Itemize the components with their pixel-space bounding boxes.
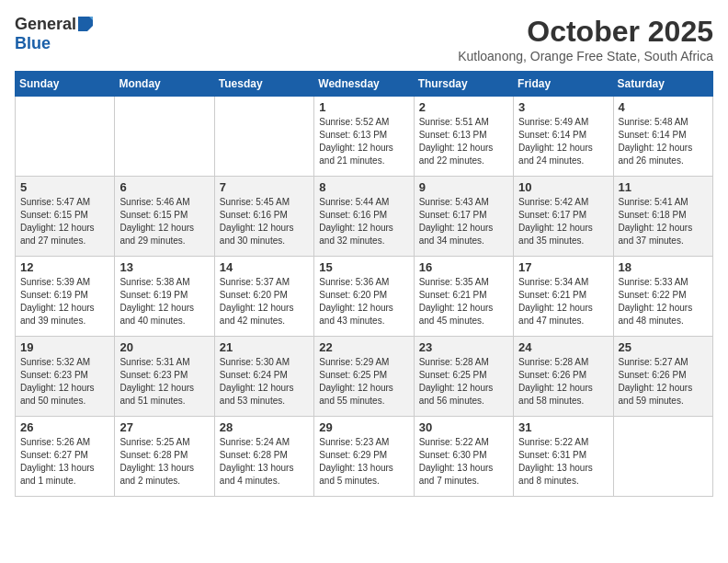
cell-content: 1Sunrise: 5:52 AM Sunset: 6:13 PM Daylig… (319, 100, 408, 172)
cell-content: 9Sunrise: 5:43 AM Sunset: 6:17 PM Daylig… (419, 180, 508, 252)
day-number: 21 (220, 340, 309, 354)
day-number: 16 (419, 260, 508, 274)
day-detail: Sunrise: 5:42 AM Sunset: 6:17 PM Dayligh… (518, 196, 608, 247)
day-detail: Sunrise: 5:27 AM Sunset: 6:26 PM Dayligh… (619, 356, 708, 408)
day-detail: Sunrise: 5:22 AM Sunset: 6:31 PM Dayligh… (518, 436, 608, 488)
day-detail: Sunrise: 5:28 AM Sunset: 6:25 PM Dayligh… (419, 356, 508, 408)
day-number: 6 (119, 180, 209, 194)
calendar-cell: 28Sunrise: 5:24 AM Sunset: 6:28 PM Dayli… (214, 417, 313, 497)
calendar-week-row: 26Sunrise: 5:26 AM Sunset: 6:27 PM Dayli… (16, 417, 713, 497)
calendar-cell: 18Sunrise: 5:33 AM Sunset: 6:22 PM Dayli… (613, 257, 712, 337)
calendar-cell: 30Sunrise: 5:22 AM Sunset: 6:30 PM Dayli… (414, 417, 513, 497)
day-number: 19 (20, 340, 109, 354)
calendar-cell: 6Sunrise: 5:46 AM Sunset: 6:15 PM Daylig… (115, 177, 214, 257)
logo-general-text: General (15, 15, 76, 34)
day-detail: Sunrise: 5:47 AM Sunset: 6:15 PM Dayligh… (20, 196, 109, 247)
cell-content: 5Sunrise: 5:47 AM Sunset: 6:15 PM Daylig… (20, 180, 109, 252)
calendar-cell: 12Sunrise: 5:39 AM Sunset: 6:19 PM Dayli… (16, 257, 115, 337)
cell-content: 26Sunrise: 5:26 AM Sunset: 6:27 PM Dayli… (20, 420, 109, 492)
calendar-cell: 20Sunrise: 5:31 AM Sunset: 6:23 PM Dayli… (115, 337, 214, 417)
cell-content: 3Sunrise: 5:49 AM Sunset: 6:14 PM Daylig… (518, 100, 608, 172)
day-detail: Sunrise: 5:34 AM Sunset: 6:21 PM Dayligh… (518, 276, 608, 327)
calendar-cell: 14Sunrise: 5:37 AM Sunset: 6:20 PM Dayli… (214, 257, 313, 337)
cell-content: 12Sunrise: 5:39 AM Sunset: 6:19 PM Dayli… (20, 260, 109, 332)
cell-content: 24Sunrise: 5:28 AM Sunset: 6:26 PM Dayli… (518, 340, 608, 412)
day-number: 17 (518, 260, 608, 274)
calendar-week-row: 1Sunrise: 5:52 AM Sunset: 6:13 PM Daylig… (16, 97, 713, 177)
day-of-week-header: Wednesday (314, 72, 414, 97)
day-number: 23 (419, 340, 508, 354)
calendar-table: SundayMondayTuesdayWednesdayThursdayFrid… (15, 71, 713, 497)
day-of-week-header: Saturday (613, 72, 712, 97)
month-title: October 2025 (458, 15, 713, 49)
day-number: 4 (619, 100, 708, 114)
cell-content: 2Sunrise: 5:51 AM Sunset: 6:13 PM Daylig… (419, 100, 508, 172)
cell-content: 10Sunrise: 5:42 AM Sunset: 6:17 PM Dayli… (518, 180, 608, 252)
cell-content: 16Sunrise: 5:35 AM Sunset: 6:21 PM Dayli… (419, 260, 508, 332)
cell-content: 30Sunrise: 5:22 AM Sunset: 6:30 PM Dayli… (419, 420, 508, 492)
day-number: 9 (419, 180, 508, 194)
calendar-cell (115, 97, 214, 177)
day-detail: Sunrise: 5:31 AM Sunset: 6:23 PM Dayligh… (119, 356, 209, 408)
day-number: 3 (518, 100, 608, 114)
calendar-cell (16, 97, 115, 177)
day-detail: Sunrise: 5:24 AM Sunset: 6:28 PM Dayligh… (220, 436, 309, 488)
calendar-cell: 26Sunrise: 5:26 AM Sunset: 6:27 PM Dayli… (16, 417, 115, 497)
day-detail: Sunrise: 5:29 AM Sunset: 6:25 PM Dayligh… (319, 356, 408, 408)
calendar-cell: 16Sunrise: 5:35 AM Sunset: 6:21 PM Dayli… (414, 257, 513, 337)
calendar-cell: 19Sunrise: 5:32 AM Sunset: 6:23 PM Dayli… (16, 337, 115, 417)
calendar-cell: 11Sunrise: 5:41 AM Sunset: 6:18 PM Dayli… (613, 177, 712, 257)
day-detail: Sunrise: 5:43 AM Sunset: 6:17 PM Dayligh… (419, 196, 508, 247)
calendar-header-row: SundayMondayTuesdayWednesdayThursdayFrid… (16, 72, 713, 97)
cell-content: 28Sunrise: 5:24 AM Sunset: 6:28 PM Dayli… (220, 420, 309, 492)
day-number: 28 (220, 420, 309, 434)
day-number: 15 (319, 260, 408, 274)
cell-content: 14Sunrise: 5:37 AM Sunset: 6:20 PM Dayli… (220, 260, 309, 332)
calendar-cell: 24Sunrise: 5:28 AM Sunset: 6:26 PM Dayli… (514, 337, 613, 417)
day-detail: Sunrise: 5:22 AM Sunset: 6:30 PM Dayligh… (419, 436, 508, 488)
calendar-cell: 9Sunrise: 5:43 AM Sunset: 6:17 PM Daylig… (414, 177, 513, 257)
day-number: 2 (419, 100, 508, 114)
cell-content: 4Sunrise: 5:48 AM Sunset: 6:14 PM Daylig… (619, 100, 708, 172)
calendar-cell: 1Sunrise: 5:52 AM Sunset: 6:13 PM Daylig… (314, 97, 414, 177)
page-header: General Blue October 2025 Kutloanong, Or… (15, 15, 713, 63)
cell-content: 27Sunrise: 5:25 AM Sunset: 6:28 PM Dayli… (119, 420, 209, 492)
calendar-cell: 3Sunrise: 5:49 AM Sunset: 6:14 PM Daylig… (514, 97, 613, 177)
day-number: 7 (220, 180, 309, 194)
day-detail: Sunrise: 5:32 AM Sunset: 6:23 PM Dayligh… (20, 356, 109, 408)
day-number: 10 (518, 180, 608, 194)
cell-content: 11Sunrise: 5:41 AM Sunset: 6:18 PM Dayli… (619, 180, 708, 252)
cell-content: 13Sunrise: 5:38 AM Sunset: 6:19 PM Dayli… (119, 260, 209, 332)
day-detail: Sunrise: 5:38 AM Sunset: 6:19 PM Dayligh… (119, 276, 209, 327)
day-number: 20 (119, 340, 209, 354)
cell-content: 15Sunrise: 5:36 AM Sunset: 6:20 PM Dayli… (319, 260, 408, 332)
calendar-cell: 27Sunrise: 5:25 AM Sunset: 6:28 PM Dayli… (115, 417, 214, 497)
day-number: 8 (319, 180, 408, 194)
day-of-week-header: Monday (115, 72, 214, 97)
calendar-cell: 10Sunrise: 5:42 AM Sunset: 6:17 PM Dayli… (514, 177, 613, 257)
day-number: 22 (319, 340, 408, 354)
cell-content: 25Sunrise: 5:27 AM Sunset: 6:26 PM Dayli… (619, 340, 708, 412)
calendar-cell: 2Sunrise: 5:51 AM Sunset: 6:13 PM Daylig… (414, 97, 513, 177)
location-subtitle: Kutloanong, Orange Free State, South Afr… (458, 49, 713, 63)
day-detail: Sunrise: 5:52 AM Sunset: 6:13 PM Dayligh… (319, 116, 408, 167)
day-number: 30 (419, 420, 508, 434)
title-block: October 2025 Kutloanong, Orange Free Sta… (458, 15, 713, 63)
day-number: 18 (619, 260, 708, 274)
calendar-week-row: 19Sunrise: 5:32 AM Sunset: 6:23 PM Dayli… (16, 337, 713, 417)
day-detail: Sunrise: 5:33 AM Sunset: 6:22 PM Dayligh… (619, 276, 708, 327)
cell-content: 6Sunrise: 5:46 AM Sunset: 6:15 PM Daylig… (119, 180, 209, 252)
day-number: 1 (319, 100, 408, 114)
logo-blue-text: Blue (15, 34, 51, 52)
day-of-week-header: Thursday (414, 72, 513, 97)
day-number: 27 (119, 420, 209, 434)
logo: General Blue (15, 15, 93, 53)
calendar-cell: 23Sunrise: 5:28 AM Sunset: 6:25 PM Dayli… (414, 337, 513, 417)
day-number: 13 (119, 260, 209, 274)
day-detail: Sunrise: 5:46 AM Sunset: 6:15 PM Dayligh… (119, 196, 209, 247)
calendar-cell: 8Sunrise: 5:44 AM Sunset: 6:16 PM Daylig… (314, 177, 414, 257)
day-number: 12 (20, 260, 109, 274)
day-detail: Sunrise: 5:44 AM Sunset: 6:16 PM Dayligh… (319, 196, 408, 247)
day-number: 26 (20, 420, 109, 434)
svg-marker-0 (78, 17, 93, 31)
